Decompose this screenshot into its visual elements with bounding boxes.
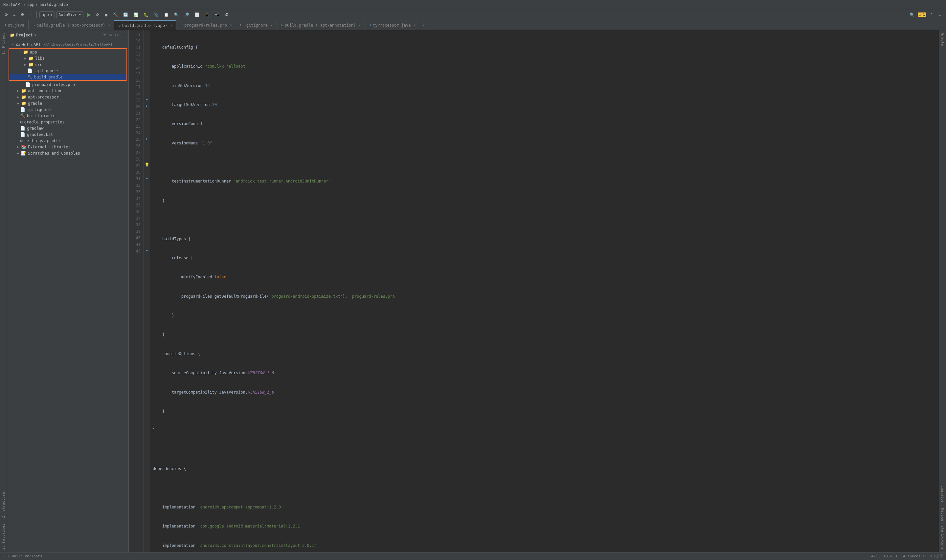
rerun-btn[interactable]: ⟳: [94, 11, 101, 18]
app-highlighted-group: ▾ 📁 app ▶ 📁 libs ▶ 📁 src: [9, 48, 127, 81]
right-label-device[interactable]: Device File Explore: [940, 506, 946, 552]
toolbar-app-dropdown[interactable]: app ▾: [39, 11, 55, 18]
toolbar-structure-btn[interactable]: ≡: [11, 11, 17, 18]
code-editor[interactable]: 9 10 11 12 13 14 15 16 17 18 19 20 21 22…: [129, 30, 939, 552]
tab-proguard[interactable]: P proguard-rules.pro ✕: [176, 20, 236, 30]
collapse-btn[interactable]: ⌄: [936, 11, 943, 18]
layout-btn[interactable]: ⬜: [193, 11, 201, 18]
gutter-42: ▶: [143, 247, 150, 254]
code-line-31: dependencies {: [153, 466, 939, 472]
code-line-34: implementation 'com.google.android.mater…: [153, 523, 939, 530]
status-line-col[interactable]: 42:1: [871, 554, 880, 558]
sdk-btn[interactable]: 🛠: [223, 11, 231, 18]
tree-proguard[interactable]: 📄 proguard-rules.pro: [7, 82, 128, 88]
tree-app[interactable]: ▾ 📁 app: [9, 49, 126, 55]
expand-btn[interactable]: ⌃: [928, 11, 935, 18]
ln-42: 42: [131, 248, 140, 255]
panel-sync-btn[interactable]: ⟳: [102, 32, 107, 38]
toolbar-minus-btn[interactable]: −: [28, 11, 34, 18]
status-warning[interactable]: ⚠ 1: [3, 554, 9, 558]
ln-19: 19: [131, 97, 140, 104]
tab-close-proguard[interactable]: ✕: [230, 23, 232, 27]
warning-badge[interactable]: ⚠ 1: [918, 12, 926, 17]
profile-btn[interactable]: 📊: [131, 11, 140, 18]
tree-app-gitignore[interactable]: 📄 .gitignore: [9, 68, 126, 74]
ln-25: 25: [131, 137, 140, 143]
panel-settings-btn[interactable]: ⚙: [114, 32, 120, 38]
tab-close-myprocessor[interactable]: ✕: [414, 23, 416, 27]
gradlew-bat-label: gradlew.bat: [27, 132, 53, 137]
tab-gitignore[interactable]: G .gitignore ✕: [236, 20, 277, 30]
panel-collapse-btn[interactable]: ≡: [108, 32, 113, 38]
tab-close-apt-processor[interactable]: ✕: [108, 23, 110, 27]
right-label-emulator[interactable]: Emulator: [940, 483, 946, 506]
tree-gradlew-bat[interactable]: 📄 gradlew.bat: [7, 131, 128, 137]
gutter-20: ▶: [143, 102, 150, 109]
inspect-btn[interactable]: 🔎: [182, 11, 191, 18]
coverage-btn[interactable]: 📋: [162, 11, 171, 18]
tree-root-build-gradle[interactable]: 🔨 build.gradle: [7, 112, 128, 119]
stop-btn[interactable]: ◼: [102, 11, 110, 18]
sync-btn[interactable]: 🔄: [121, 11, 130, 18]
app-build-gradle-icon: 🔨: [27, 74, 32, 80]
title-sep2: ▸: [36, 2, 38, 7]
toolbar-settings-btn[interactable]: ⚙: [19, 11, 26, 18]
analyze-btn[interactable]: 🔍: [172, 11, 181, 18]
left-panel-labels: 1: Project Z: Structure 2: Favorites: [0, 30, 7, 552]
right-label-gradle[interactable]: Gradle: [940, 30, 946, 49]
attach-btn[interactable]: 📎: [152, 11, 160, 18]
tree-src[interactable]: ▶ 📁 src: [9, 62, 126, 68]
tab-build-gradle-apt-processor-label: build.gradle (:apt-processor): [37, 23, 105, 28]
tab-myprocessor-icon: J: [369, 23, 371, 27]
code-line-9: defaultConfig {: [153, 44, 939, 51]
debug-btn[interactable]: 🐛: [142, 11, 151, 18]
tree-scratches[interactable]: ▶ 📝 Scratches and Consoles: [7, 150, 128, 156]
ln-35: 35: [131, 202, 140, 209]
ln-26: 26: [131, 143, 140, 150]
tree-root-gitignore[interactable]: 📄 .gitignore: [7, 106, 128, 112]
tree-root[interactable]: ▾ 🗂 HelloAPT ~/AndroidStudioProjects/Hel…: [7, 42, 128, 48]
tree-libs[interactable]: ▶ 📁 libs: [9, 55, 126, 62]
gutter-23: [143, 122, 150, 129]
tree-settings-gradle[interactable]: ⚙ settings.gradle: [7, 137, 128, 144]
tree-apt-annotation[interactable]: ▶ 📁 apt-annotation: [7, 88, 128, 94]
tree-gradle-properties[interactable]: ⚙ gradle.properties: [7, 119, 128, 125]
status-encoding[interactable]: UTF-8: [883, 554, 894, 558]
tree-gradlew[interactable]: 📄 gradlew: [7, 125, 128, 131]
status-build-variants[interactable]: Build Variants: [12, 554, 42, 558]
panel-title[interactable]: 📁 Project ▾: [10, 33, 37, 37]
search-everywhere-btn[interactable]: 🔍: [907, 11, 917, 18]
code-content[interactable]: defaultConfig { applicationId "com.lkx.h…: [150, 30, 939, 552]
folder-icon: 📁: [10, 33, 15, 37]
tree-gradle[interactable]: ▶ 📁 gradle: [7, 100, 128, 106]
tree-external-libraries[interactable]: ▶ 📚 External Libraries: [7, 144, 128, 150]
editor-gutter: ▶ ▶ ▶ 💡 ▶: [143, 30, 150, 552]
toolbar-sync-btn[interactable]: ⟳: [3, 11, 10, 18]
status-line-ending[interactable]: LF: [896, 554, 900, 558]
tab-build-gradle-apt-annotation[interactable]: G build.gradle (:apt-annotation) ✕: [277, 20, 365, 30]
run-btn[interactable]: ▶: [85, 11, 92, 19]
tab-close-gitignore[interactable]: ✕: [271, 23, 273, 27]
tab-build-gradle-apt-processor[interactable]: G build.gradle (:apt-processor) ✕: [29, 20, 114, 30]
tab-myprocessor[interactable]: J MyProcessor.java ✕: [365, 20, 420, 30]
toolbar-autosize-dropdown[interactable]: AutoSize ▾: [56, 11, 83, 18]
tree-app-build-gradle[interactable]: 🔨 build.gradle: [9, 74, 126, 80]
left-label-structure[interactable]: Z: Structure: [0, 489, 6, 521]
tab-more-btn[interactable]: ▾: [420, 20, 428, 30]
title-module: app: [27, 2, 34, 7]
left-label-favorites[interactable]: 2: Favorites: [0, 521, 6, 552]
root-label: HelloAPT: [22, 42, 41, 47]
tab-close-apt-annotation[interactable]: ✕: [359, 23, 361, 27]
left-label-project[interactable]: 1: Project: [0, 30, 6, 57]
build-btn[interactable]: 🔨: [111, 11, 120, 18]
avd-btn[interactable]: 📲: [213, 11, 222, 18]
status-indent[interactable]: 4 spaces: [903, 554, 920, 558]
tab-build-gradle-app[interactable]: G build.gradle (:app) ✕: [114, 20, 176, 30]
device-btn[interactable]: 📱: [203, 11, 211, 18]
panel-minimize-btn[interactable]: −: [121, 32, 126, 38]
tab-close-app[interactable]: ✕: [170, 24, 172, 27]
tab-st-java[interactable]: J st.java: [0, 20, 29, 30]
gradle-label: gradle: [28, 101, 42, 106]
tree-apt-processor[interactable]: ▶ 📁 apt-processor: [7, 94, 128, 100]
ln-12: 12: [131, 51, 140, 58]
